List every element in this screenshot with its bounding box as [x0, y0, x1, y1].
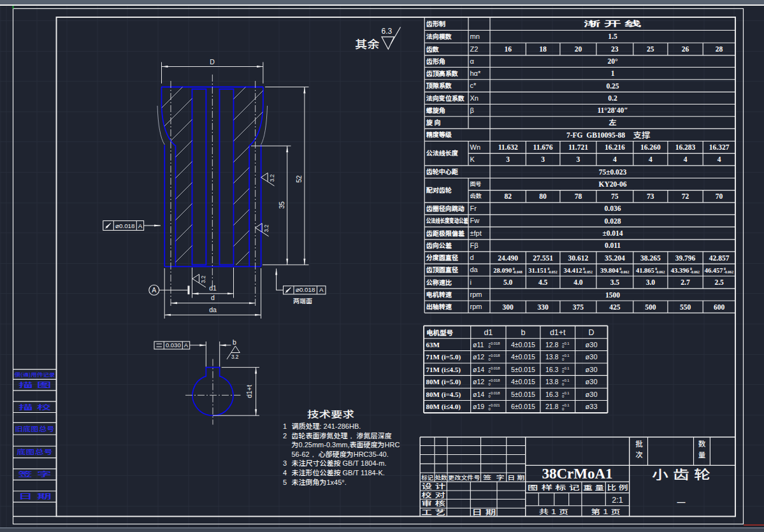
dim-label-d1t: d1+t: [245, 385, 253, 398]
param-value: 5.0: [503, 278, 513, 286]
motor-d1: ø14: [473, 366, 484, 373]
param-row-label: 公法线长度: [426, 148, 458, 157]
motor-D: ø30: [586, 341, 598, 349]
motor-d1: ø11: [473, 341, 484, 349]
tol-main: 34.412: [564, 267, 582, 274]
param-value: 300: [503, 303, 514, 311]
motor-b: 5±0.015: [511, 366, 535, 373]
param-row-label: 分度圆直径: [426, 252, 459, 262]
param-row-unit: i: [470, 278, 472, 286]
gdt-left-tolerance: ⌀0.018: [115, 222, 135, 229]
param-value: 11.676: [533, 143, 553, 151]
motor-model: 80M (i=4.5): [426, 391, 461, 399]
gear-section-view: D 52 35 d1 d da A ⌀0.018 A ⌀0.01: [103, 0, 326, 369]
param-row-label: 螺旋角: [426, 105, 445, 115]
default-roughness-note: 其余 6.3: [355, 27, 401, 52]
param-value: 30.612: [568, 254, 589, 262]
material-label: 38CrMoA1: [542, 466, 612, 482]
param-value: 渐 开 线: [582, 20, 642, 27]
param-row-unit: 齿数: [470, 192, 482, 200]
motor-b: 4±0.015: [511, 378, 535, 385]
param-row-unit: mn: [470, 32, 480, 40]
centerlines: [171, 75, 256, 306]
centerlines: [185, 359, 241, 425]
dimension-labels: D 52 35 d1 d da: [209, 58, 303, 313]
motor-header: d1: [484, 328, 493, 337]
param-value: 0.028: [605, 217, 621, 225]
param-value: 16.327: [709, 143, 730, 151]
param-value: 11.721: [568, 143, 588, 151]
tol-lower: 0: [562, 407, 564, 411]
motor-d1t: 21.8: [545, 403, 559, 410]
ucs-tick: [13, 6, 14, 9]
param-value: 16.260: [640, 143, 661, 151]
margin-strip-label: 签 字: [18, 468, 52, 478]
tech-req-line: 56-62， 心部硬度为HRC35-40.: [292, 449, 389, 459]
surface-note-prefix: 其余: [355, 35, 380, 52]
cad-drawing-canvas: D 52 35 d1 d da A ⌀0.018 A ⌀0.01: [0, 0, 764, 532]
param-value: 35.204: [605, 254, 625, 262]
margin-strip-label: 描 图: [18, 379, 52, 389]
tech-req-line: 未注倒角为1x45°.: [292, 477, 347, 487]
motor-d1: ø12: [473, 353, 484, 361]
tol-main: 46.457: [705, 267, 723, 274]
tech-requirements: 技术要求 1调质处理: 241-286HB.2齿轮表面渗氮处理， 渗氮层深度为0…: [283, 406, 400, 487]
param-row-label: 旋 向: [426, 117, 441, 127]
param-value: 27.551: [533, 254, 553, 262]
motor-d1t: 16.3: [545, 366, 559, 373]
dim-label-b: b: [233, 338, 236, 346]
param-value: 375: [573, 303, 584, 311]
param-row-label: 出轴转速: [426, 301, 452, 311]
tol-lower: 0: [489, 382, 491, 386]
tol-lower: 0: [489, 345, 491, 349]
runout-symbol-icon: [106, 223, 112, 229]
param-value: 20°: [607, 57, 618, 65]
param-row-label: 齿形角: [426, 56, 445, 66]
param-value: 26: [682, 45, 689, 53]
param-value: 38.265: [640, 254, 661, 262]
param-row-unit: Wn: [470, 143, 481, 151]
tol-lower: -0.062: [690, 270, 700, 274]
tech-req-line: 未注形位公差按 GB/T 1184-K.: [292, 467, 385, 477]
param-value: 80: [539, 192, 547, 200]
motor-model: 80M (i=5.0): [426, 378, 461, 386]
param-value: 4: [717, 155, 721, 163]
gdt-frame-symmetry: 0.030 A: [154, 341, 190, 349]
param-value: 82: [504, 192, 512, 200]
param-row-unit: Z2: [470, 45, 479, 53]
motor-D: ø30: [586, 366, 598, 373]
tech-req-no: 2: [283, 432, 287, 440]
gdt-frame-runout-faces: ⌀0.018 A 两端面: [277, 269, 326, 305]
margin-strip-label: 底图总号: [17, 447, 53, 456]
param-value: 7-FG GB10095-88: [566, 131, 625, 139]
roughness-flank-lower: 3.2: [264, 224, 270, 232]
tech-req-no: 1: [283, 422, 287, 430]
tol-lower: 0: [489, 357, 491, 361]
dim-label-da: da: [209, 306, 217, 313]
param-row-unit: da: [470, 266, 479, 273]
param-value: 23: [611, 45, 619, 53]
rev-header: 签 字: [483, 473, 505, 482]
craft-date-label: 日 期: [472, 507, 496, 517]
tol-main: 31.151: [528, 267, 547, 274]
tol-lower: -0.048: [513, 270, 523, 274]
drawing-layer: D 52 35 d1 d da A ⌀0.018 A ⌀0.01: [0, 0, 764, 532]
dimension-lines: [162, 62, 309, 319]
motor-D: ø30: [586, 378, 598, 385]
roughness-key: 3.2: [231, 354, 239, 360]
hatching-left: [153, 0, 274, 369]
param-value: 72: [682, 192, 689, 200]
param-value: 3: [541, 155, 545, 163]
tol-lower: 0: [562, 345, 564, 349]
tech-req-line: 齿轮表面渗氮处理， 渗氮层深度: [292, 430, 392, 440]
param-value: 16.283: [675, 143, 696, 151]
param-value: 3: [506, 155, 510, 163]
tol-lower: 0: [562, 382, 564, 386]
param-value: 1: [611, 69, 615, 77]
motor-model: 71M (i≤4.5): [426, 366, 461, 374]
param-row-label: 法向变位系数: [426, 93, 465, 103]
tol-main: 28.090: [493, 267, 512, 274]
param-value: 425: [609, 303, 621, 311]
tol-lower: -0.052: [548, 270, 558, 274]
tech-req-no: 5: [283, 478, 287, 486]
